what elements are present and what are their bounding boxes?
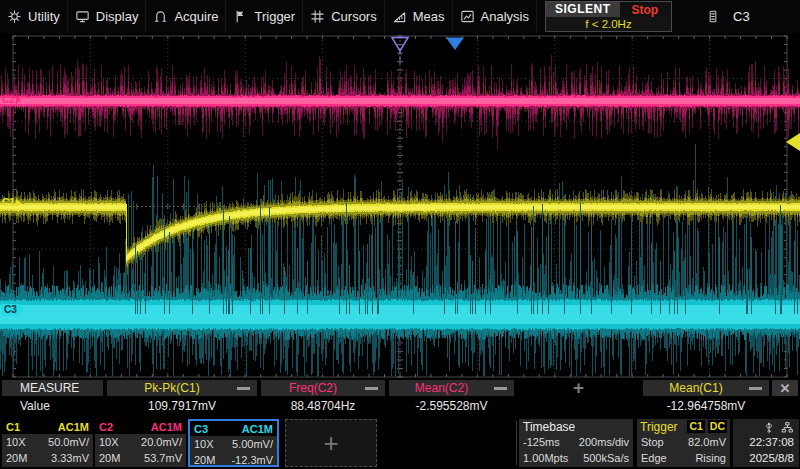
scope-display[interactable] — [0, 0, 800, 380]
c3-coupling: AC1M — [242, 423, 273, 435]
c3-bandwidth: 20M — [194, 454, 215, 466]
statusbar-divider — [516, 421, 517, 465]
clock-box[interactable]: 22:37:08 2025/8/8 — [733, 419, 799, 467]
add-channel-button[interactable]: + — [285, 419, 377, 467]
measure-value-label: Value — [2, 397, 121, 414]
c3-trace — [0, 305, 800, 324]
clock-time: 22:37:08 — [738, 434, 794, 450]
c2-offset-marker[interactable]: C2 — [1, 94, 21, 106]
marker-arrow-icon — [16, 96, 21, 104]
c1-scale: 50.0mV/ — [48, 436, 89, 448]
timebase-sample-rate: 500kSa/s — [583, 452, 629, 464]
channel-box-c2[interactable]: C2AC1M 10X20.0mV/ 20M53.7mV — [95, 419, 186, 467]
measure-value-mean-c1: -12.964758mV — [643, 397, 769, 414]
c1-attenuation: 10X — [6, 436, 26, 448]
trigger-slope: Rising — [695, 452, 726, 464]
measure-item-mean-c1[interactable]: Mean(C1) — [643, 380, 769, 396]
marker-arrow-icon — [20, 306, 25, 314]
measure-item-pkpk-c1[interactable]: Pk-Pk(C1) — [107, 380, 257, 396]
c1-offset-marker[interactable]: C1 — [1, 197, 21, 209]
trigger-status: Stop — [641, 436, 664, 448]
timebase-title: Timebase — [519, 419, 633, 434]
c3-id: C3 — [194, 423, 208, 435]
remove-measure-icon[interactable] — [494, 387, 507, 390]
measure-value-pkpk-c1: 109.7917mV — [107, 397, 257, 414]
channel-box-c1[interactable]: C1AC1M 10X50.0mV/ 20M3.33mV — [2, 419, 93, 467]
measure-value-freq-c2: 88.48704Hz — [261, 397, 385, 414]
c3-offset: -12.3mV — [231, 454, 273, 466]
remove-measure-icon[interactable] — [749, 387, 762, 390]
measure-header-row: MEASURE Pk-Pk(C1) Freq(C2) Mean(C2) + Me… — [0, 380, 800, 397]
timebase-box[interactable]: Timebase -125ms200ms/div 1.00Mpts500kSa/… — [519, 419, 633, 467]
measure-value-row: Value 109.7917mV 88.48704Hz -2.595528mV … — [0, 397, 800, 414]
lan-icon — [781, 421, 794, 434]
c1-offset: 3.33mV — [51, 452, 89, 464]
c1-id: C1 — [6, 421, 20, 433]
timebase-scale: 200ms/div — [579, 436, 629, 448]
channel-box-c3[interactable]: C3AC1M 10X5.00mV/ 20M-12.3mV — [188, 419, 279, 467]
clock-date: 2025/8/8 — [738, 450, 794, 466]
remove-measure-icon[interactable] — [365, 387, 378, 390]
measure-title: MEASURE — [2, 380, 103, 396]
measure-item-freq-c2[interactable]: Freq(C2) — [261, 380, 385, 396]
c2-scale: 20.0mV/ — [141, 436, 182, 448]
trigger-type: Edge — [641, 452, 667, 464]
c2-bandwidth: 20M — [99, 452, 120, 464]
trigger-position-marker[interactable] — [446, 38, 464, 51]
trigger-box[interactable]: Trigger C1 DC Stop82.0mV EdgeRising — [637, 419, 730, 467]
timebase-delay: -125ms — [523, 436, 560, 448]
trigger-coupling: DC — [708, 420, 727, 433]
c3-attenuation: 10X — [194, 438, 214, 450]
c2-coupling: AC1M — [151, 421, 182, 433]
trigger-level: 82.0mV — [688, 436, 726, 448]
usb-icon — [763, 421, 775, 434]
c1-coupling: AC1M — [58, 421, 89, 433]
remove-measure-icon[interactable] — [237, 387, 250, 390]
c3-offset-marker[interactable]: C3 — [1, 304, 25, 316]
c3-scale: 5.00mV/ — [232, 438, 273, 450]
oscilloscope-screen: Utility Display Acquire Trigger Cursors … — [0, 0, 800, 469]
close-measure-button[interactable]: ✕ — [772, 380, 798, 396]
trigger-source: C1 — [687, 420, 704, 433]
c2-offset: 53.7mV — [144, 452, 182, 464]
c2-attenuation: 10X — [99, 436, 119, 448]
add-measure-button[interactable]: + — [518, 380, 639, 396]
c1-bandwidth: 20M — [6, 452, 27, 464]
trigger-title: Trigger — [640, 420, 684, 434]
c2-trace — [0, 98, 800, 104]
measure-value-mean-c2: -2.595528mV — [389, 397, 514, 414]
timebase-memory: 1.00Mpts — [523, 452, 568, 464]
c2-id: C2 — [99, 421, 113, 433]
measure-item-mean-c2[interactable]: Mean(C2) — [389, 380, 514, 396]
marker-arrow-icon — [16, 199, 21, 207]
